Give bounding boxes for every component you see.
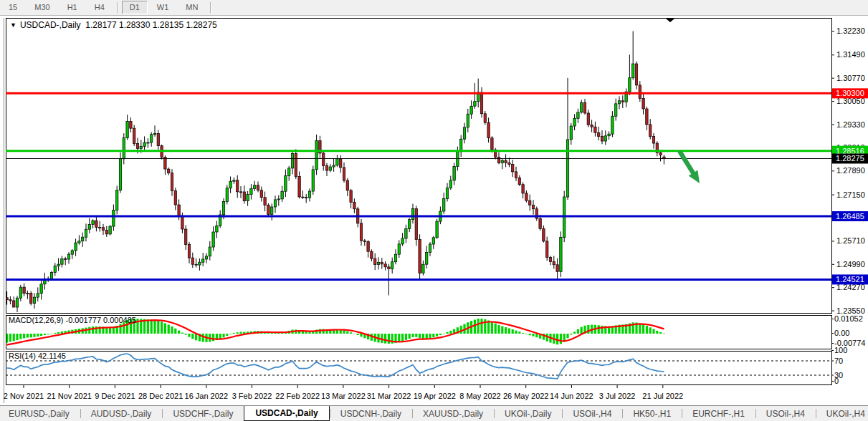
candle: [65, 259, 67, 260]
tab-divider: [80, 409, 81, 418]
svg-text:28 Dec 2021: 28 Dec 2021: [138, 392, 183, 400]
svg-text:1.24990: 1.24990: [836, 260, 865, 268]
candle: [27, 293, 29, 294]
chart-tab-audusd-daily[interactable]: AUDUSD-,Daily: [80, 406, 163, 421]
tab-divider: [162, 409, 163, 418]
candle: [457, 152, 459, 167]
candle: [325, 166, 328, 171]
svg-text:16 Jan 2022: 16 Jan 2022: [185, 392, 229, 400]
candle: [85, 229, 87, 237]
svg-text:1.28275: 1.28275: [836, 154, 864, 163]
candle: [388, 267, 390, 269]
candle: [474, 102, 476, 107]
candle: [257, 185, 259, 190]
candle: [271, 207, 273, 214]
candle: [467, 114, 469, 127]
chart-tab-usoil-h4[interactable]: USOil-,H4: [562, 406, 622, 421]
tab-label: EURCHF-,H1: [692, 409, 745, 419]
candle: [532, 205, 534, 208]
chart-tab-eurchf-h1[interactable]: EURCHF-,H1: [682, 406, 755, 421]
candle: [178, 205, 180, 216]
candle: [381, 263, 383, 264]
candle: [394, 254, 396, 262]
candle: [487, 122, 490, 137]
candle: [260, 190, 262, 198]
candle: [446, 188, 448, 198]
svg-text:14 Jun 2022: 14 Jun 2022: [550, 392, 593, 400]
candle: [377, 263, 379, 265]
candle: [237, 180, 239, 192]
candle: [333, 165, 335, 167]
candle: [116, 190, 118, 210]
candle: [363, 241, 366, 241]
chart-tab-hk50-h1[interactable]: HK50-,H1: [622, 406, 682, 421]
chart-tab-ukoil-daily[interactable]: UKOil-,Daily: [494, 406, 562, 421]
tab-divider: [682, 409, 682, 418]
candle: [501, 160, 503, 163]
candle: [374, 258, 376, 264]
price-axis[interactable]: 1.286101.264301.322301.314901.307701.300…: [831, 26, 868, 385]
candle: [16, 298, 18, 307]
chart-tab-usdcnh-daily[interactable]: USDCNH-,Daily: [330, 406, 412, 421]
chart-tab-xauusd-daily[interactable]: XAUUSD-,Daily: [412, 406, 494, 421]
candle: [136, 144, 138, 149]
chart-tab-usdchf-daily[interactable]: USDCHF-,Daily: [162, 406, 244, 421]
candle: [78, 241, 80, 243]
candle: [119, 159, 121, 190]
candle: [491, 138, 493, 150]
expand-triangle-icon[interactable]: ▼: [10, 21, 16, 29]
chart-tab-eurusd-daily[interactable]: EURUSD-,Daily: [0, 406, 80, 421]
candle: [343, 168, 345, 180]
candle: [449, 180, 452, 188]
tab-divider: [330, 409, 330, 418]
candle: [497, 158, 500, 163]
svg-text:8 May 2022: 8 May 2022: [459, 392, 500, 400]
candle: [398, 244, 400, 254]
chart-tab-usoil-h4[interactable]: USOil-,H4: [755, 406, 816, 421]
tab-label: USOil-,H4: [766, 409, 805, 419]
candle: [384, 264, 386, 267]
candle: [99, 227, 101, 228]
candle: [143, 142, 146, 146]
candle: [315, 141, 318, 170]
candle: [632, 64, 634, 78]
candle: [340, 159, 342, 168]
candle: [151, 135, 153, 142]
date-axis[interactable]: 2 Nov 202121 Nov 20219 Dec 202128 Dec 20…: [4, 385, 683, 401]
candle: [635, 64, 637, 85]
candle: [277, 199, 280, 200]
candle: [95, 221, 97, 227]
chart-canvas[interactable]: 1.286101.264301.322301.314901.307701.300…: [0, 0, 868, 405]
candle: [422, 264, 424, 273]
candle: [591, 125, 593, 127]
candle: [608, 134, 610, 136]
candle: [88, 224, 90, 229]
candle: [30, 293, 32, 303]
candle: [37, 294, 39, 297]
chart-tab-ukoil-h4[interactable]: UKOil-,H4: [816, 406, 868, 421]
candle: [226, 188, 228, 202]
candle: [92, 221, 94, 224]
candle: [185, 229, 187, 245]
candle: [518, 178, 520, 184]
chart-tab-usdcad-daily[interactable]: USDCAD-,Daily: [244, 406, 329, 421]
candle: [247, 195, 249, 201]
candle: [646, 109, 648, 125]
svg-text:1.30770: 1.30770: [836, 74, 865, 82]
candle: [415, 209, 417, 240]
candle: [594, 127, 596, 132]
candle: [556, 265, 558, 272]
candle: [113, 210, 115, 226]
candle: [549, 257, 551, 261]
candle: [109, 226, 111, 234]
candle: [360, 223, 362, 241]
candle: [329, 167, 331, 170]
candle: [350, 190, 352, 203]
candle: [611, 116, 614, 134]
tab-label: USDCNH-,Daily: [340, 409, 401, 419]
candle: [642, 98, 644, 109]
candle: [529, 200, 531, 205]
chart-tab-bar: EURUSD-,DailyAUDUSD-,DailyUSDCHF-,DailyU…: [0, 405, 868, 421]
tab-label: UKOil-,H4: [826, 409, 865, 419]
candle: [470, 106, 472, 114]
